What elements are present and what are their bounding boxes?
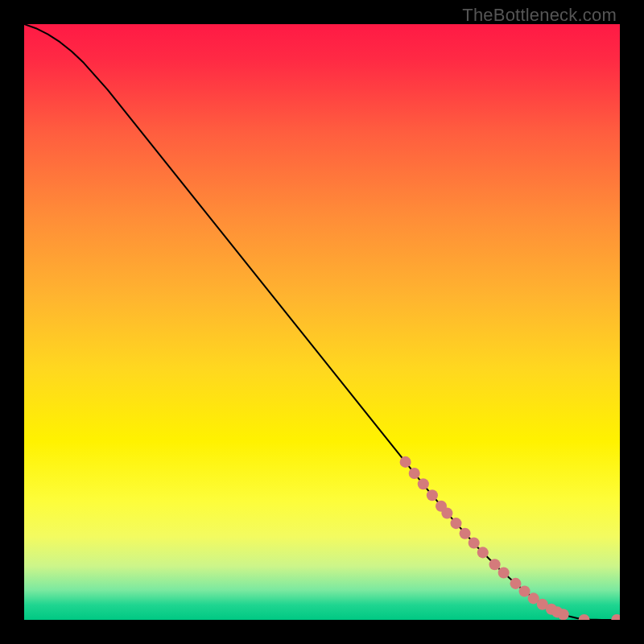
data-point: [409, 468, 420, 479]
data-point: [427, 489, 438, 501]
plot-area: [24, 24, 620, 620]
data-point: [450, 518, 461, 529]
data-point: [510, 578, 521, 589]
data-point: [400, 456, 411, 468]
main-curve: [24, 24, 620, 620]
data-point: [611, 614, 620, 620]
curve-layer: [24, 24, 620, 620]
data-point: [579, 614, 590, 620]
data-point: [489, 559, 501, 570]
watermark-text: TheBottleneck.com: [462, 5, 617, 26]
highlight-dots: [400, 456, 620, 620]
data-point: [418, 478, 429, 489]
data-point: [498, 568, 510, 579]
data-point: [558, 609, 569, 620]
data-point: [469, 538, 480, 549]
data-point: [477, 547, 489, 558]
data-point: [441, 508, 452, 519]
data-point: [460, 528, 471, 539]
data-point: [519, 585, 530, 597]
chart-frame: TheBottleneck.com: [0, 0, 644, 644]
